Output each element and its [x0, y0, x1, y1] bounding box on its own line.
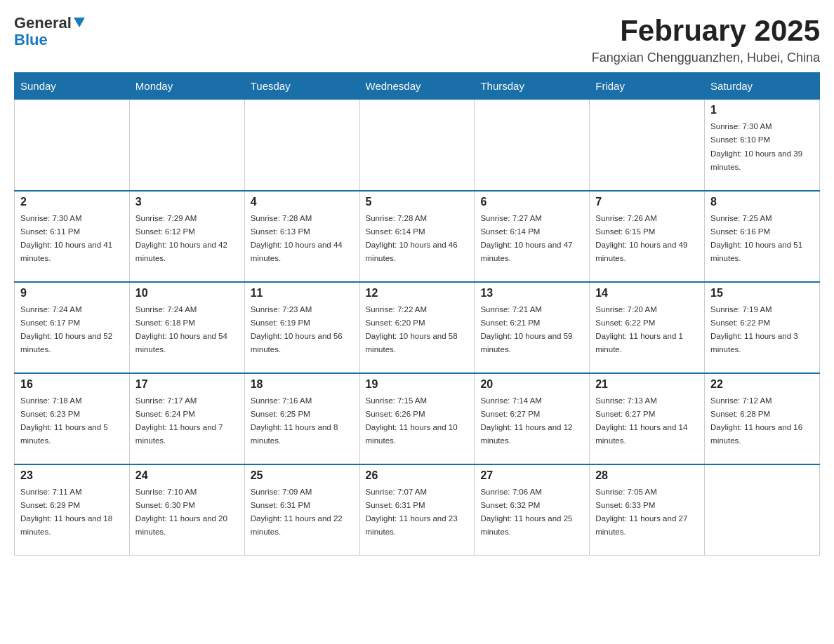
calendar-day-cell: [475, 100, 590, 191]
calendar-day-cell: 23 Sunrise: 7:11 AMSunset: 6:29 PMDaylig…: [15, 464, 130, 556]
svg-marker-0: [74, 18, 85, 27]
page-header: General Blue February 2025 Fangxian Chen…: [14, 14, 820, 65]
day-number: 28: [595, 469, 699, 482]
calendar-day-cell: 7 Sunrise: 7:26 AMSunset: 6:15 PMDayligh…: [590, 191, 705, 282]
day-number: 24: [135, 469, 239, 482]
calendar-table: SundayMondayTuesdayWednesdayThursdayFrid…: [14, 72, 820, 556]
day-info: Sunrise: 7:22 AMSunset: 6:20 PMDaylight:…: [366, 305, 458, 354]
day-info: Sunrise: 7:24 AMSunset: 6:18 PMDaylight:…: [135, 305, 227, 354]
day-info: Sunrise: 7:13 AMSunset: 6:27 PMDaylight:…: [595, 396, 687, 445]
weekday-header: Sunday: [15, 73, 130, 100]
calendar-day-cell: 2 Sunrise: 7:30 AMSunset: 6:11 PMDayligh…: [15, 191, 130, 282]
day-info: Sunrise: 7:30 AMSunset: 6:10 PMDaylight:…: [710, 122, 802, 171]
day-number: 12: [366, 287, 469, 300]
weekday-header: Thursday: [475, 73, 590, 100]
day-number: 25: [251, 469, 354, 482]
day-number: 7: [595, 196, 699, 208]
day-info: Sunrise: 7:24 AMSunset: 6:17 PMDaylight:…: [20, 305, 112, 354]
calendar-day-cell: 22 Sunrise: 7:12 AMSunset: 6:28 PMDaylig…: [705, 373, 820, 464]
logo-general-text: General: [14, 14, 72, 32]
day-number: 22: [710, 378, 814, 391]
calendar-day-cell: 19 Sunrise: 7:15 AMSunset: 6:26 PMDaylig…: [359, 373, 475, 464]
calendar-week-row: 9 Sunrise: 7:24 AMSunset: 6:17 PMDayligh…: [15, 282, 820, 373]
day-number: 9: [20, 287, 124, 300]
location: Fangxian Chengguanzhen, Hubei, China: [592, 51, 820, 65]
day-info: Sunrise: 7:06 AMSunset: 6:32 PMDaylight:…: [480, 488, 572, 537]
day-info: Sunrise: 7:18 AMSunset: 6:23 PMDaylight:…: [20, 396, 108, 445]
calendar-week-row: 16 Sunrise: 7:18 AMSunset: 6:23 PMDaylig…: [15, 373, 820, 464]
day-info: Sunrise: 7:29 AMSunset: 6:12 PMDaylight:…: [135, 214, 227, 263]
day-info: Sunrise: 7:28 AMSunset: 6:13 PMDaylight:…: [251, 214, 343, 263]
day-number: 14: [595, 287, 699, 300]
day-info: Sunrise: 7:30 AMSunset: 6:11 PMDaylight:…: [20, 214, 112, 263]
day-number: 2: [20, 196, 124, 208]
day-info: Sunrise: 7:20 AMSunset: 6:22 PMDaylight:…: [595, 305, 683, 354]
calendar-week-row: 1 Sunrise: 7:30 AMSunset: 6:10 PMDayligh…: [15, 100, 820, 191]
day-info: Sunrise: 7:17 AMSunset: 6:24 PMDaylight:…: [135, 396, 223, 445]
calendar-day-cell: 6 Sunrise: 7:27 AMSunset: 6:14 PMDayligh…: [475, 191, 590, 282]
day-info: Sunrise: 7:09 AMSunset: 6:31 PMDaylight:…: [251, 488, 343, 537]
calendar-week-row: 2 Sunrise: 7:30 AMSunset: 6:11 PMDayligh…: [15, 191, 820, 282]
calendar-day-cell: [15, 100, 130, 191]
calendar-day-cell: 21 Sunrise: 7:13 AMSunset: 6:27 PMDaylig…: [590, 373, 705, 464]
day-number: 13: [480, 287, 583, 300]
day-info: Sunrise: 7:07 AMSunset: 6:31 PMDaylight:…: [366, 488, 458, 537]
day-number: 10: [135, 287, 239, 300]
weekday-header: Friday: [590, 73, 705, 100]
calendar-day-cell: [359, 100, 475, 191]
calendar-day-cell: 4 Sunrise: 7:28 AMSunset: 6:13 PMDayligh…: [244, 191, 359, 282]
day-number: 19: [366, 378, 469, 391]
calendar-week-row: 23 Sunrise: 7:11 AMSunset: 6:29 PMDaylig…: [15, 464, 820, 556]
day-info: Sunrise: 7:10 AMSunset: 6:30 PMDaylight:…: [135, 488, 227, 537]
day-number: 23: [20, 469, 124, 482]
calendar-day-cell: 1 Sunrise: 7:30 AMSunset: 6:10 PMDayligh…: [705, 100, 820, 191]
day-info: Sunrise: 7:21 AMSunset: 6:21 PMDaylight:…: [480, 305, 572, 354]
calendar-day-cell: 26 Sunrise: 7:07 AMSunset: 6:31 PMDaylig…: [359, 464, 475, 556]
calendar-day-cell: 9 Sunrise: 7:24 AMSunset: 6:17 PMDayligh…: [15, 282, 130, 373]
day-number: 20: [480, 378, 583, 391]
day-info: Sunrise: 7:25 AMSunset: 6:16 PMDaylight:…: [710, 214, 802, 263]
calendar-day-cell: 27 Sunrise: 7:06 AMSunset: 6:32 PMDaylig…: [475, 464, 590, 556]
day-number: 1: [710, 104, 814, 116]
day-number: 21: [595, 378, 699, 391]
day-info: Sunrise: 7:28 AMSunset: 6:14 PMDaylight:…: [366, 214, 458, 263]
calendar-day-cell: 17 Sunrise: 7:17 AMSunset: 6:24 PMDaylig…: [129, 373, 244, 464]
day-info: Sunrise: 7:15 AMSunset: 6:26 PMDaylight:…: [366, 396, 458, 445]
calendar-day-cell: [244, 100, 359, 191]
logo-arrow-icon: [74, 18, 85, 30]
day-number: 6: [480, 196, 583, 208]
day-number: 16: [20, 378, 124, 391]
day-info: Sunrise: 7:23 AMSunset: 6:19 PMDaylight:…: [251, 305, 343, 354]
day-number: 27: [480, 469, 583, 482]
calendar-day-cell: 24 Sunrise: 7:10 AMSunset: 6:30 PMDaylig…: [129, 464, 244, 556]
calendar-day-cell: 12 Sunrise: 7:22 AMSunset: 6:20 PMDaylig…: [359, 282, 475, 373]
calendar-day-cell: 13 Sunrise: 7:21 AMSunset: 6:21 PMDaylig…: [475, 282, 590, 373]
calendar-day-cell: 15 Sunrise: 7:19 AMSunset: 6:22 PMDaylig…: [705, 282, 820, 373]
day-number: 26: [366, 469, 469, 482]
calendar-day-cell: 8 Sunrise: 7:25 AMSunset: 6:16 PMDayligh…: [705, 191, 820, 282]
day-number: 3: [135, 196, 239, 208]
logo: General Blue: [14, 14, 85, 49]
calendar-day-cell: 11 Sunrise: 7:23 AMSunset: 6:19 PMDaylig…: [244, 282, 359, 373]
day-number: 18: [251, 378, 354, 391]
weekday-header: Saturday: [705, 73, 820, 100]
day-info: Sunrise: 7:14 AMSunset: 6:27 PMDaylight:…: [480, 396, 572, 445]
day-number: 5: [366, 196, 469, 208]
calendar-day-cell: 5 Sunrise: 7:28 AMSunset: 6:14 PMDayligh…: [359, 191, 475, 282]
logo-blue-text: Blue: [14, 31, 48, 49]
day-number: 11: [251, 287, 354, 300]
day-info: Sunrise: 7:05 AMSunset: 6:33 PMDaylight:…: [595, 488, 687, 537]
calendar-day-cell: 25 Sunrise: 7:09 AMSunset: 6:31 PMDaylig…: [244, 464, 359, 556]
day-number: 8: [710, 196, 814, 208]
day-info: Sunrise: 7:16 AMSunset: 6:25 PMDaylight:…: [251, 396, 338, 445]
title-section: February 2025 Fangxian Chengguanzhen, Hu…: [592, 14, 820, 65]
calendar-header-row: SundayMondayTuesdayWednesdayThursdayFrid…: [15, 73, 820, 100]
month-title: February 2025: [592, 14, 820, 48]
day-info: Sunrise: 7:12 AMSunset: 6:28 PMDaylight:…: [710, 396, 802, 445]
day-number: 17: [135, 378, 239, 391]
calendar-day-cell: [129, 100, 244, 191]
day-number: 15: [710, 287, 814, 300]
calendar-day-cell: [705, 464, 820, 556]
day-info: Sunrise: 7:27 AMSunset: 6:14 PMDaylight:…: [480, 214, 572, 263]
calendar-day-cell: 16 Sunrise: 7:18 AMSunset: 6:23 PMDaylig…: [15, 373, 130, 464]
